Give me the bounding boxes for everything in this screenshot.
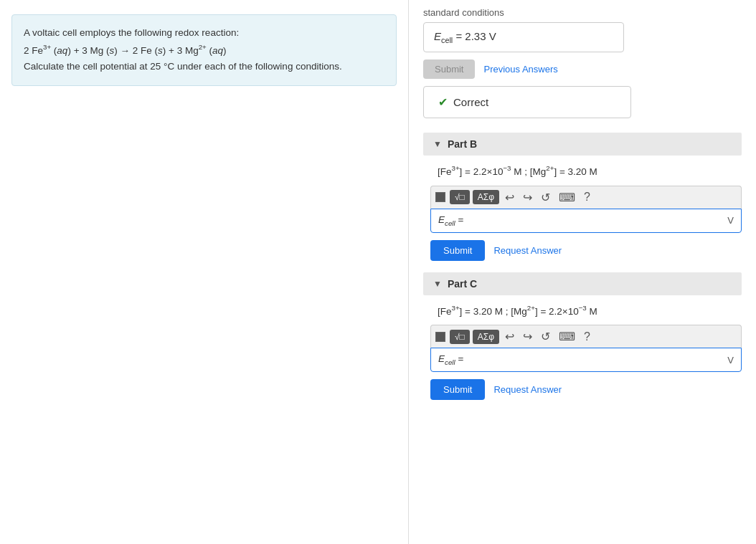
part-b-checkbox-icon <box>435 192 445 202</box>
right-panel: standard conditions Ecell = 2.33 V Submi… <box>409 0 756 544</box>
part-b-header: ▼ Part B <box>423 133 742 156</box>
correct-box: ✔ Correct <box>423 86 631 118</box>
part-b-request-link[interactable]: Request Answer <box>493 245 562 256</box>
part-b-undo-button[interactable]: ↩ <box>502 189 517 206</box>
part-b-ecell-input[interactable] <box>469 214 723 228</box>
part-c-condition: [Fe3+] = 3.20 M ; [Mg2+] = 2.2×10−3 M <box>430 304 742 317</box>
part-b-arrow-icon[interactable]: ▼ <box>433 139 442 149</box>
part-b-section: ▼ Part B [Fe3+] = 2.2×10−3 M ; [Mg2+] = … <box>423 133 742 261</box>
submit-button-disabled[interactable]: Submit <box>423 59 475 79</box>
part-b-toolbar: √□ ΑΣφ ↩ ↪ ↺ ⌨ ? <box>430 186 742 209</box>
part-c-input-row: Ecell = V <box>430 348 742 372</box>
part-c-greek-button[interactable]: ΑΣφ <box>473 330 499 344</box>
problem-intro: A voltaic cell employs the following red… <box>24 25 384 42</box>
part-c-undo-button[interactable]: ↩ <box>502 328 517 345</box>
left-panel: A voltaic cell employs the following red… <box>0 0 409 544</box>
part-b-label: Part B <box>448 138 477 150</box>
correct-check-icon: ✔ <box>438 95 448 109</box>
part-b-sqrt-icon: √□ <box>455 192 465 202</box>
part-c-toolbar: √□ ΑΣφ ↩ ↪ ↺ ⌨ ? <box>430 325 742 348</box>
part-c-math-button[interactable]: √□ <box>450 330 470 344</box>
part-c-keyboard-button[interactable]: ⌨ <box>556 328 578 345</box>
part-c-content: [Fe3+] = 3.20 M ; [Mg2+] = 2.2×10−3 M √□… <box>423 304 742 401</box>
part-b-condition: [Fe3+] = 2.2×10−3 M ; [Mg2+] = 3.20 M <box>430 164 742 177</box>
part-c-ecell-label: Ecell = <box>438 353 463 366</box>
part-c-label: Part C <box>448 278 477 290</box>
ecell-display: Ecell = 2.33 V <box>423 22 624 52</box>
part-b-input-row: Ecell = V <box>430 209 742 233</box>
part-c-unit: V <box>727 355 734 366</box>
part-b-submit-row: Submit Request Answer <box>430 240 742 261</box>
part-b-keyboard-button[interactable]: ⌨ <box>556 189 578 206</box>
problem-question: Calculate the cell potential at 25 °C un… <box>24 59 384 75</box>
part-c-section: ▼ Part C [Fe3+] = 3.20 M ; [Mg2+] = 2.2×… <box>423 272 742 401</box>
part-c-ecell-input[interactable] <box>469 353 723 367</box>
part-b-greek-button[interactable]: ΑΣφ <box>473 190 499 204</box>
part-b-content: [Fe3+] = 2.2×10−3 M ; [Mg2+] = 3.20 M √□… <box>423 164 742 261</box>
reaction-line: 2 Fe3+ (aq) + 3 Mg (s) → 2 Fe (s) + 3 Mg… <box>24 42 384 59</box>
part-b-submit-button[interactable]: Submit <box>430 240 485 261</box>
part-b-math-button[interactable]: √□ <box>450 190 470 204</box>
part-b-greek-icon: ΑΣφ <box>478 192 494 202</box>
part-c-arrow-icon[interactable]: ▼ <box>433 279 442 289</box>
part-c-request-link[interactable]: Request Answer <box>493 384 562 395</box>
part-c-refresh-button[interactable]: ↺ <box>538 328 553 345</box>
part-c-redo-button[interactable]: ↪ <box>520 328 535 345</box>
part-c-submit-button[interactable]: Submit <box>430 379 485 400</box>
part-b-help-button[interactable]: ? <box>581 189 593 205</box>
correct-text: Correct <box>453 96 488 108</box>
part-b-refresh-button[interactable]: ↺ <box>538 189 553 206</box>
part-b-unit: V <box>727 215 734 226</box>
part-c-submit-row: Submit Request Answer <box>430 379 742 400</box>
part-c-greek-icon: ΑΣφ <box>478 332 494 342</box>
part-c-checkbox-icon <box>435 332 445 342</box>
std-conditions-label: standard conditions <box>423 7 742 18</box>
part-c-sqrt-icon: √□ <box>455 332 465 342</box>
problem-box: A voltaic cell employs the following red… <box>11 14 397 86</box>
previous-answers-link[interactable]: Previous Answers <box>483 64 557 75</box>
part-b-ecell-label: Ecell = <box>438 214 463 227</box>
part-b-redo-button[interactable]: ↪ <box>520 189 535 206</box>
part-c-header: ▼ Part C <box>423 272 742 295</box>
part-c-help-button[interactable]: ? <box>581 329 593 345</box>
submit-prev-row: Submit Previous Answers <box>423 59 624 79</box>
